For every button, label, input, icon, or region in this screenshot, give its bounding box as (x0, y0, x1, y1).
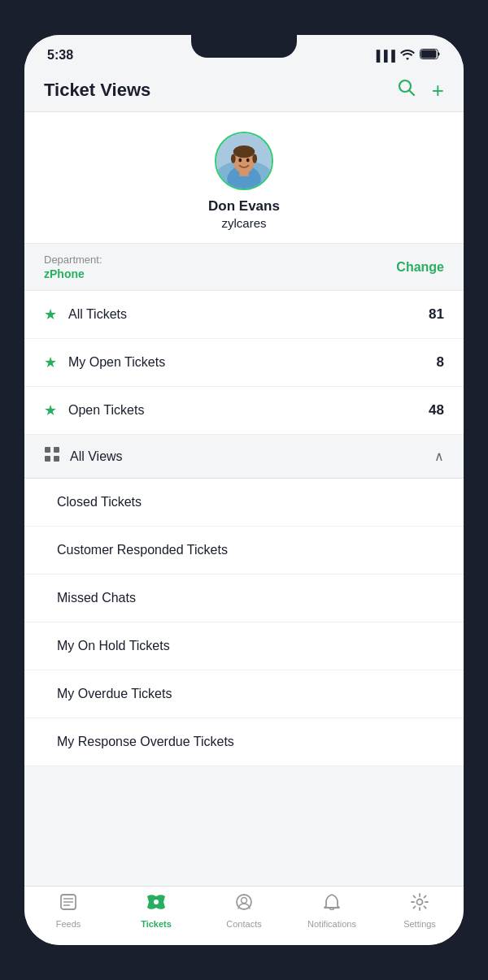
sub-item-label-closed: Closed Tickets (57, 495, 142, 509)
department-info: Department: zPhone (44, 254, 102, 280)
tab-settings-label: Settings (403, 919, 436, 929)
header-icons: + (398, 79, 444, 102)
search-icon[interactable] (398, 79, 416, 102)
sub-item-label-customer-responded: Customer Responded Tickets (57, 543, 228, 557)
chevron-up-icon: ∧ (434, 449, 444, 464)
ticket-label-myopen: My Open Tickets (68, 355, 165, 370)
svg-rect-16 (45, 456, 50, 462)
ticket-label-open: Open Tickets (68, 403, 144, 418)
status-time: 5:38 (47, 48, 73, 63)
signal-icon: ▐▐▐ (373, 50, 395, 62)
status-icons: ▐▐▐ (373, 49, 441, 63)
svg-line-3 (409, 91, 414, 96)
profile-section: Don Evans zylcares (24, 112, 464, 244)
sub-item-overdue[interactable]: My Overdue Tickets (24, 670, 464, 718)
all-views-label: All Views (70, 449, 123, 464)
star-icon-open: ★ (44, 401, 57, 419)
notch (191, 35, 297, 58)
department-value: zPhone (44, 267, 102, 280)
sub-item-label-on-hold: My On Hold Tickets (57, 639, 170, 653)
header: Ticket Views + (24, 71, 464, 112)
svg-point-10 (231, 154, 236, 163)
tab-notifications-label: Notifications (307, 919, 356, 929)
svg-rect-14 (45, 447, 50, 453)
wifi-icon (400, 49, 415, 63)
all-views-header[interactable]: All Views ∧ (24, 435, 464, 479)
sub-item-on-hold[interactable]: My On Hold Tickets (24, 622, 464, 670)
tab-contacts-label: Contacts (226, 919, 261, 929)
star-icon-all: ★ (44, 306, 57, 323)
sub-item-label-missed-chats: Missed Chats (57, 591, 136, 605)
battery-icon (420, 49, 441, 62)
ticket-item-open[interactable]: ★ Open Tickets 48 (24, 387, 464, 435)
ticket-label-all: All Tickets (68, 307, 127, 322)
settings-icon (411, 893, 429, 916)
ticket-left-all: ★ All Tickets (44, 306, 127, 323)
sub-item-response-overdue[interactable]: My Response Overdue Tickets (24, 718, 464, 766)
all-views-left: All Views (44, 446, 123, 466)
main-content: Don Evans zylcares Department: zPhone Ch… (24, 112, 464, 886)
tab-bar: Feeds Tickets (24, 886, 464, 945)
tab-feeds[interactable]: Feeds (40, 893, 97, 929)
sub-item-customer-responded[interactable]: Customer Responded Tickets (24, 527, 464, 575)
svg-point-24 (242, 898, 247, 904)
ticket-count-all: 81 (429, 306, 444, 323)
ticket-left-open: ★ Open Tickets (44, 401, 144, 419)
svg-rect-1 (421, 50, 437, 59)
svg-rect-17 (54, 456, 59, 462)
svg-point-22 (154, 900, 159, 904)
svg-point-12 (238, 158, 242, 163)
profile-name: Don Evans (208, 198, 280, 215)
profile-org: zylcares (221, 216, 266, 230)
tab-settings[interactable]: Settings (391, 893, 448, 929)
svg-point-25 (417, 900, 423, 905)
tab-feeds-label: Feeds (56, 919, 81, 929)
feeds-icon (59, 893, 77, 916)
tab-notifications[interactable]: Notifications (303, 893, 360, 929)
svg-point-9 (233, 145, 255, 158)
tab-contacts[interactable]: Contacts (216, 893, 272, 929)
sub-item-label-response-overdue: My Response Overdue Tickets (57, 735, 234, 748)
avatar (215, 132, 273, 190)
ticket-count-myopen: 8 (437, 354, 444, 371)
tab-tickets-label: Tickets (141, 919, 172, 929)
grid-icon (44, 446, 60, 466)
add-icon[interactable]: + (432, 80, 444, 101)
ticket-left-myopen: ★ My Open Tickets (44, 353, 165, 371)
ticket-item-myopen[interactable]: ★ My Open Tickets 8 (24, 339, 464, 387)
svg-rect-15 (54, 447, 59, 453)
department-label: Department: (44, 254, 102, 266)
department-row: Department: zPhone Change (24, 244, 464, 291)
svg-point-11 (252, 154, 257, 163)
phone-frame: 5:38 ▐▐▐ (0, 0, 488, 980)
star-icon-myopen: ★ (44, 353, 57, 371)
tab-tickets[interactable]: Tickets (128, 893, 185, 929)
ticket-item-all[interactable]: ★ All Tickets 81 (24, 291, 464, 339)
tickets-icon (146, 893, 167, 916)
ticket-count-open: 48 (429, 402, 444, 418)
contacts-icon (235, 893, 253, 916)
page-title: Ticket Views (44, 80, 150, 101)
sub-item-label-overdue: My Overdue Tickets (57, 687, 172, 700)
sub-item-missed-chats[interactable]: Missed Chats (24, 575, 464, 622)
phone-screen: 5:38 ▐▐▐ (24, 35, 464, 945)
change-department-button[interactable]: Change (396, 260, 444, 275)
svg-point-13 (246, 158, 250, 163)
notifications-icon (324, 893, 340, 916)
sub-item-closed[interactable]: Closed Tickets (24, 479, 464, 527)
